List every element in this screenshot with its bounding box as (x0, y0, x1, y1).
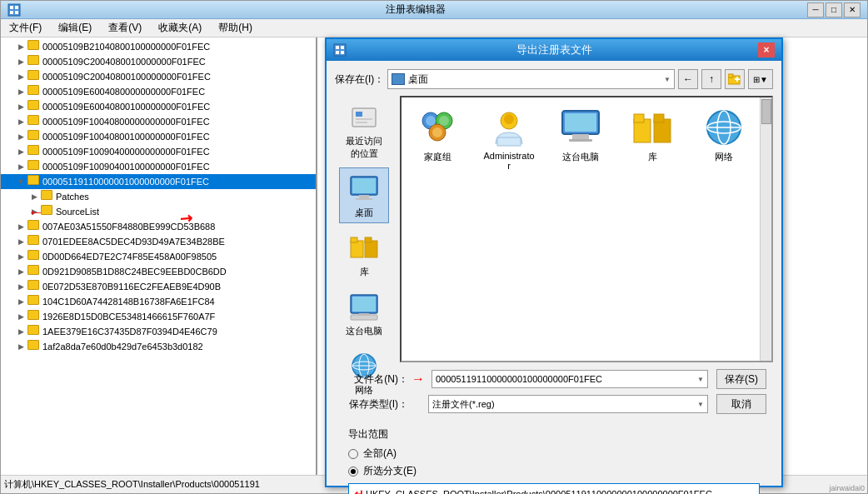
tree-item[interactable]: ▶ 0E072D53E870B9116EC2FEAEB9E4D90B (1, 279, 316, 294)
svg-point-39 (439, 116, 449, 126)
location-combo[interactable]: 桌面 ▼ (387, 69, 675, 89)
expand-icon[interactable]: ▶ (27, 190, 41, 203)
radio-selected[interactable] (348, 467, 358, 477)
menu-edit[interactable]: 编辑(E) (53, 19, 97, 37)
file-grid: 家庭组 Administrator (402, 97, 771, 181)
expand-icon[interactable]: ▶ (14, 250, 27, 263)
expand-icon[interactable]: ▶ (27, 205, 41, 218)
nav-label-computer: 这台电脑 (346, 325, 382, 337)
file-item-library[interactable]: 库 (623, 104, 681, 174)
filetype-combo[interactable]: 注册文件(*.reg) ▼ (428, 395, 708, 413)
expand-icon[interactable]: ▶ (14, 100, 27, 113)
svg-rect-20 (359, 195, 369, 198)
dialog-close-button[interactable]: × (758, 42, 775, 57)
folder-icon (27, 145, 41, 158)
registry-path-box: ↵ HKEY_CLASSES_ROOT\Installer\Products\0… (348, 483, 760, 494)
file-scrollbar[interactable] (760, 97, 771, 361)
file-label-administrator: Administrator (483, 151, 535, 171)
sourcelist-label: SourceList (56, 207, 99, 217)
tree-item[interactable]: ▶ 00005109F10040800000000000F01FEC (1, 114, 316, 129)
tree-item-patches[interactable]: ▶ Patches (1, 189, 316, 204)
file-item-administrator[interactable]: Administrator (480, 104, 538, 174)
expand-icon[interactable]: ▶ (14, 280, 27, 293)
expand-icon[interactable]: ▶ (14, 325, 27, 338)
expand-icon[interactable]: ▶ (14, 265, 27, 278)
filename-combo[interactable]: 00005119110000000100000000F01FEC ▼ (432, 370, 708, 388)
tree-item[interactable]: ▶ 1af2a8da7e60d0b429d7e6453b3d0182 (1, 339, 316, 354)
save-button[interactable]: 保存(S) (716, 369, 766, 389)
radio-all-label: 全部(A) (363, 447, 397, 461)
folder-icon (27, 340, 41, 353)
nav-item-library[interactable]: 库 (339, 227, 389, 282)
svg-rect-11 (728, 74, 733, 77)
tree-item[interactable]: ▶ 0D00D664ED7E2C74F85E458A00F98505 (1, 249, 316, 264)
expand-icon[interactable]: ▶ (14, 130, 27, 143)
menu-view[interactable]: 查看(V) (103, 19, 147, 37)
nav-label-desktop: 桌面 (355, 207, 373, 219)
expand-icon[interactable]: ▶ (14, 70, 27, 83)
tree-item[interactable]: ▶ 00005109C2004080010000000F01FEC (1, 54, 316, 69)
expand-icon[interactable]: ▶ (14, 310, 27, 323)
expand-icon[interactable]: ▶ (14, 145, 27, 158)
up-button[interactable]: ↑ (701, 69, 721, 89)
close-button[interactable]: ✕ (844, 2, 861, 17)
export-range-section: 导出范围 全部(A) 所选分支(E) ↵ HKEY_CLASSES_ROOT\I… (342, 422, 766, 494)
expand-icon[interactable]: ▶ (14, 340, 27, 353)
file-area[interactable]: 家庭组 Administrator (400, 96, 773, 362)
expand-icon[interactable]: ▼ (14, 175, 27, 188)
tree-item[interactable]: ▶ 104C1D60A74428148B16738FA6E1FC84 (1, 294, 316, 309)
registry-tree[interactable]: ▶ 00005109B21040800100000000F01FEC ▶ 000… (1, 37, 316, 457)
export-range-title: 导出范围 (348, 427, 760, 442)
folder-icon (27, 55, 41, 68)
expand-icon[interactable]: ▶ (14, 115, 27, 128)
file-item-computer[interactable]: 这台电脑 (551, 104, 610, 174)
menu-bar: 文件(F) 编辑(E) 查看(V) 收藏夹(A) 帮助(H) (1, 19, 867, 37)
tree-item-selected[interactable]: ▼ 00005119110000001000000000F01FEC (1, 174, 316, 189)
nav-item-recent[interactable]: 最近访问的位置 (339, 96, 389, 164)
expand-icon[interactable]: ▶ (14, 40, 27, 53)
file-browser: 最近访问的位置 桌面 (335, 96, 773, 362)
minimize-button[interactable]: ─ (807, 2, 824, 17)
tree-item[interactable]: ▶ 00005109E6004080000000000F01FEC (1, 84, 316, 99)
view-button[interactable]: ⊞▼ (748, 69, 773, 89)
new-folder-button[interactable] (725, 69, 745, 89)
nav-item-computer[interactable]: 这台电脑 (339, 286, 389, 342)
computer-icon (347, 290, 381, 323)
menu-file[interactable]: 文件(F) (4, 19, 47, 37)
radio-all[interactable] (348, 449, 358, 459)
tree-item[interactable]: ▶ 00005109F10040800100000000F01FEC (1, 129, 316, 144)
maximize-button[interactable]: □ (826, 2, 842, 17)
cancel-button[interactable]: 取消 (716, 394, 766, 414)
file-item-homegroup[interactable]: 家庭组 (408, 104, 466, 174)
tree-item[interactable]: ▶ 1926E8D15D0BCE53481466615F760A7F (1, 309, 316, 324)
expand-icon[interactable]: ▶ (14, 55, 27, 68)
tree-item[interactable]: ▶ 00005109B21040800100000000F01FEC (1, 39, 316, 54)
folder-icon (27, 130, 41, 143)
tree-item[interactable]: ▶ 007AE03A51550F84880BE999CD53B688 (1, 219, 316, 234)
tree-item[interactable]: ▶ 00005109F10090400100000000F01FEC (1, 159, 316, 174)
location-bar: 保存在(I)： 桌面 ▼ ← ↑ ⊞▼ (335, 69, 773, 89)
tree-item[interactable]: ▶ 00005109F10090400000000000F01FEC (1, 144, 316, 159)
scrollbar-thumb[interactable] (761, 99, 771, 124)
tree-item[interactable]: ▶ 0701EDEE8AC5DEC4D93D49A7E34B28BE (1, 234, 316, 249)
tree-item-sourcelist[interactable]: ▶ SourceList (1, 204, 316, 219)
menu-favorites[interactable]: 收藏夹(A) (153, 19, 207, 37)
menu-help[interactable]: 帮助(H) (213, 19, 257, 37)
expand-icon[interactable]: ▶ (14, 160, 27, 173)
tree-item[interactable]: ▶ 0D921D9085B1D88C24BEC9EEBD0CB6DD (1, 264, 316, 279)
svg-rect-14 (352, 108, 376, 127)
nav-item-desktop[interactable]: 桌面 (339, 167, 389, 223)
expand-icon[interactable]: ▶ (14, 295, 27, 308)
expand-icon[interactable]: ▶ (14, 235, 27, 248)
svg-rect-17 (356, 122, 367, 123)
expand-icon[interactable]: ▶ (14, 220, 27, 233)
tree-item[interactable]: ▶ 00005109C20040800100000000F01FEC (1, 69, 316, 84)
tree-item[interactable]: ▶ 1AEE379E16C37435D87F0394D4E46C79 (1, 324, 316, 339)
back-button[interactable]: ← (678, 69, 698, 89)
filename-row: 文件名(N)： → 00005119110000000100000000F01F… (342, 369, 766, 389)
computer2-icon (561, 107, 601, 147)
file-item-network[interactable]: 网络 (695, 104, 753, 174)
folder-icon (27, 295, 41, 308)
expand-icon[interactable]: ▶ (14, 85, 27, 98)
tree-item[interactable]: ▶ 00005109E60040800100000000F01FEC (1, 99, 316, 114)
